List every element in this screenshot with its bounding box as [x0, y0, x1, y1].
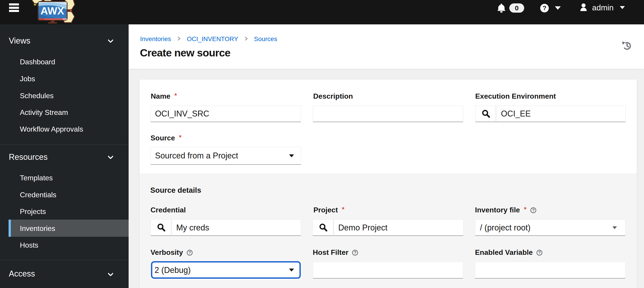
- svg-text:?: ?: [532, 208, 534, 212]
- svg-text:AWX: AWX: [40, 5, 64, 17]
- svg-text:?: ?: [188, 250, 191, 255]
- svg-text:?: ?: [542, 4, 546, 12]
- svg-text:?: ?: [538, 250, 541, 255]
- svg-text:?: ?: [354, 250, 356, 255]
